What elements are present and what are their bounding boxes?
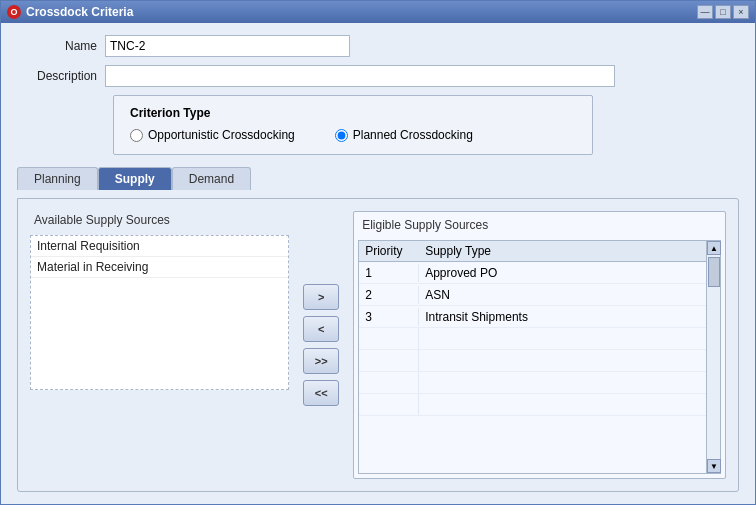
empty-cell bbox=[419, 394, 706, 415]
window-title: Crossdock Criteria bbox=[26, 5, 133, 19]
scroll-up-arrow[interactable]: ▲ bbox=[707, 241, 721, 255]
empty-row bbox=[359, 350, 706, 372]
empty-cell bbox=[419, 350, 706, 371]
available-list[interactable]: Internal Requisition Material in Receivi… bbox=[30, 235, 289, 390]
opportunistic-label: Opportunistic Crossdocking bbox=[148, 128, 295, 142]
scrollbar[interactable]: ▲ ▼ bbox=[706, 241, 720, 473]
table-body: 1 Approved PO 2 ASN 3 Intransit Shipment… bbox=[359, 262, 706, 473]
planned-option[interactable]: Planned Crossdocking bbox=[335, 128, 473, 142]
empty-cell bbox=[359, 350, 419, 371]
description-label: Description bbox=[17, 69, 97, 83]
description-row: Description bbox=[17, 65, 739, 87]
empty-cell bbox=[359, 372, 419, 393]
scroll-thumb[interactable] bbox=[708, 257, 720, 287]
eligible-title: Eligible Supply Sources bbox=[358, 216, 721, 234]
empty-row bbox=[359, 328, 706, 350]
minimize-button[interactable]: — bbox=[697, 5, 713, 19]
title-bar-left: O Crossdock Criteria bbox=[7, 5, 133, 19]
tab-planning[interactable]: Planning bbox=[17, 167, 98, 190]
move-all-left-button[interactable]: << bbox=[303, 380, 339, 406]
move-left-button[interactable]: < bbox=[303, 316, 339, 342]
criterion-box: Criterion Type Opportunistic Crossdockin… bbox=[113, 95, 593, 155]
table-row[interactable]: 1 Approved PO bbox=[359, 262, 706, 284]
cell-supply-type: ASN bbox=[419, 286, 706, 304]
available-panel: Available Supply Sources Internal Requis… bbox=[30, 211, 289, 479]
scroll-down-arrow[interactable]: ▼ bbox=[707, 459, 721, 473]
list-item[interactable]: Material in Receiving bbox=[31, 257, 288, 278]
supply-section: Available Supply Sources Internal Requis… bbox=[30, 211, 726, 479]
eligible-table-container: Priority Supply Type 1 Approved PO bbox=[358, 240, 721, 474]
header-priority: Priority bbox=[359, 244, 419, 258]
description-input[interactable] bbox=[105, 65, 615, 87]
opportunistic-radio[interactable] bbox=[130, 129, 143, 142]
name-row: Name bbox=[17, 35, 739, 57]
main-window: O Crossdock Criteria — □ × Name Descript… bbox=[0, 0, 756, 505]
planned-radio[interactable] bbox=[335, 129, 348, 142]
tab-demand[interactable]: Demand bbox=[172, 167, 251, 190]
empty-cell bbox=[419, 372, 706, 393]
available-title: Available Supply Sources bbox=[30, 211, 289, 229]
planned-label: Planned Crossdocking bbox=[353, 128, 473, 142]
app-icon: O bbox=[7, 5, 21, 19]
maximize-button[interactable]: □ bbox=[715, 5, 731, 19]
cell-supply-type: Approved PO bbox=[419, 264, 706, 282]
empty-cell bbox=[359, 328, 419, 349]
name-input[interactable] bbox=[105, 35, 350, 57]
name-label: Name bbox=[17, 39, 97, 53]
move-right-button[interactable]: > bbox=[303, 284, 339, 310]
tab-content: Available Supply Sources Internal Requis… bbox=[17, 198, 739, 492]
tab-supply[interactable]: Supply bbox=[98, 167, 172, 190]
empty-cell bbox=[419, 328, 706, 349]
cell-priority: 1 bbox=[359, 264, 419, 282]
empty-cell bbox=[359, 394, 419, 415]
title-bar: O Crossdock Criteria — □ × bbox=[1, 1, 755, 23]
move-all-right-button[interactable]: >> bbox=[303, 348, 339, 374]
criterion-title: Criterion Type bbox=[130, 106, 576, 120]
opportunistic-option[interactable]: Opportunistic Crossdocking bbox=[130, 128, 295, 142]
list-item[interactable]: Internal Requisition bbox=[31, 236, 288, 257]
table-header: Priority Supply Type bbox=[359, 241, 706, 262]
table-row[interactable]: 3 Intransit Shipments bbox=[359, 306, 706, 328]
scroll-track[interactable] bbox=[707, 255, 720, 459]
close-button[interactable]: × bbox=[733, 5, 749, 19]
tabs-row: Planning Supply Demand bbox=[17, 167, 739, 190]
eligible-table: Priority Supply Type 1 Approved PO bbox=[359, 241, 706, 473]
content-area: Name Description Criterion Type Opportun… bbox=[1, 23, 755, 504]
empty-row bbox=[359, 372, 706, 394]
move-buttons-col: > < >> << bbox=[299, 211, 343, 479]
table-row[interactable]: 2 ASN bbox=[359, 284, 706, 306]
empty-row bbox=[359, 394, 706, 416]
cell-priority: 2 bbox=[359, 286, 419, 304]
header-supply-type: Supply Type bbox=[419, 244, 706, 258]
cell-priority: 3 bbox=[359, 308, 419, 326]
radio-row: Opportunistic Crossdocking Planned Cross… bbox=[130, 128, 576, 142]
cell-supply-type: Intransit Shipments bbox=[419, 308, 706, 326]
title-buttons: — □ × bbox=[697, 5, 749, 19]
eligible-panel: Eligible Supply Sources Priority Supply … bbox=[353, 211, 726, 479]
